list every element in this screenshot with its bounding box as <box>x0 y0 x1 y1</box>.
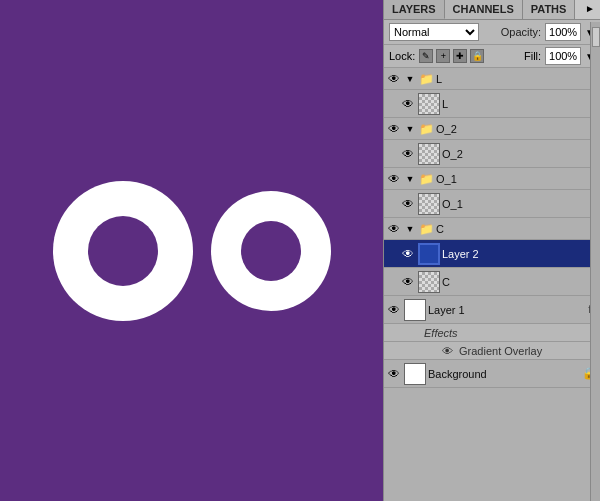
panel-tabs: LAYERS CHANNELS PATHS ► <box>384 0 600 20</box>
eye-gradient-overlay[interactable]: 👁 <box>439 343 455 359</box>
eye-background[interactable]: 👁 <box>386 366 402 382</box>
layer-name-O2-group: O_2 <box>436 123 598 135</box>
lock-icon-pos[interactable]: ✚ <box>453 49 467 63</box>
layer-name-layer2: Layer 2 <box>442 248 598 260</box>
thumb-layer1 <box>404 299 426 321</box>
eye-O1-group[interactable]: 👁 <box>386 171 402 187</box>
arrow-L-group[interactable]: ▼ <box>404 71 416 87</box>
gradient-overlay-label: Gradient Overlay <box>459 345 542 357</box>
lock-icon-all[interactable]: 🔒 <box>470 49 484 63</box>
thumb-O1 <box>418 193 440 215</box>
canvas <box>0 0 383 501</box>
layer-row-C[interactable]: 👁 C <box>384 268 600 296</box>
eye-O2-group[interactable]: 👁 <box>386 121 402 137</box>
eye-C-group[interactable]: 👁 <box>386 221 402 237</box>
scroll-thumb[interactable] <box>592 27 600 47</box>
layer-row-layer2[interactable]: 👁 Layer 2 <box>384 240 600 268</box>
layers-list: 👁 ▼ 📁 L 👁 L 👁 ▼ 📁 O_2 👁 O_2 👁 ▼ <box>384 68 600 388</box>
thumb-layer2 <box>418 243 440 265</box>
thumb-L <box>418 93 440 115</box>
arrow-O2-group[interactable]: ▼ <box>404 121 416 137</box>
layer-row-O1-group[interactable]: 👁 ▼ 📁 O_1 <box>384 168 600 190</box>
layer-row-C-group[interactable]: 👁 ▼ 📁 C <box>384 218 600 240</box>
scrollbar[interactable] <box>590 22 600 501</box>
eye-L[interactable]: 👁 <box>400 96 416 112</box>
lock-icon-move[interactable]: + <box>436 49 450 63</box>
layer-row-layer1[interactable]: 👁 Layer 1 fx <box>384 296 600 324</box>
fill-label: Fill: <box>524 50 541 62</box>
panel-menu-button[interactable]: ► <box>580 0 600 19</box>
layer-name-C: C <box>442 276 598 288</box>
effects-header: Effects <box>384 324 600 342</box>
layer-name-O1: O_1 <box>442 198 598 210</box>
folder-L-group: 📁 <box>418 71 434 87</box>
layer-name-O2: O_2 <box>442 148 598 160</box>
layer-row-O2-group[interactable]: 👁 ▼ 📁 O_2 <box>384 118 600 140</box>
folder-O2-group: 📁 <box>418 121 434 137</box>
lock-label: Lock: <box>389 50 415 62</box>
tab-channels[interactable]: CHANNELS <box>445 0 523 19</box>
eye-layer1[interactable]: 👁 <box>386 302 402 318</box>
tab-layers[interactable]: LAYERS <box>384 0 445 19</box>
canvas-artwork <box>53 181 331 321</box>
layer-row-O1[interactable]: 👁 O_1 <box>384 190 600 218</box>
effect-row-gradient[interactable]: 👁 Gradient Overlay <box>384 342 600 360</box>
eye-C[interactable]: 👁 <box>400 274 416 290</box>
left-circle <box>53 181 193 321</box>
right-circle <box>211 191 331 311</box>
layer-name-L: L <box>442 98 598 110</box>
thumb-C <box>418 271 440 293</box>
arrow-C-group[interactable]: ▼ <box>404 221 416 237</box>
layer-name-background: Background <box>428 368 580 380</box>
thumb-O2 <box>418 143 440 165</box>
layer-row-O2[interactable]: 👁 O_2 <box>384 140 600 168</box>
eye-L-group[interactable]: 👁 <box>386 71 402 87</box>
blend-mode-row: Normal Opacity: ▼ <box>384 20 600 45</box>
layer-name-layer1: Layer 1 <box>428 304 586 316</box>
eye-layer2[interactable]: 👁 <box>400 246 416 262</box>
folder-C-group: 📁 <box>418 221 434 237</box>
folder-O1-group: 📁 <box>418 171 434 187</box>
eye-O2[interactable]: 👁 <box>400 146 416 162</box>
layer-row-L[interactable]: 👁 L <box>384 90 600 118</box>
thumb-background <box>404 363 426 385</box>
arrow-O1-group[interactable]: ▼ <box>404 171 416 187</box>
blend-mode-select[interactable]: Normal <box>389 23 479 41</box>
lock-row: Lock: ✎ + ✚ 🔒 Fill: ▼ <box>384 45 600 68</box>
layers-panel: LAYERS CHANNELS PATHS ► Normal Opacity: … <box>383 0 600 501</box>
left-circle-inner <box>88 216 158 286</box>
lock-icon-edit[interactable]: ✎ <box>419 49 433 63</box>
opacity-input[interactable] <box>545 23 581 41</box>
layer-name-L-group: L <box>436 73 598 85</box>
right-circle-inner <box>241 221 301 281</box>
tab-paths[interactable]: PATHS <box>523 0 576 19</box>
lock-icons: ✎ + ✚ 🔒 <box>419 49 484 63</box>
effects-label: Effects <box>424 327 458 339</box>
layer-row-L-group[interactable]: 👁 ▼ 📁 L <box>384 68 600 90</box>
eye-O1[interactable]: 👁 <box>400 196 416 212</box>
fill-input[interactable] <box>545 47 581 65</box>
layer-name-C-group: C <box>436 223 598 235</box>
layer-name-O1-group: O_1 <box>436 173 598 185</box>
layer-row-background[interactable]: 👁 Background 🔒 <box>384 360 600 388</box>
opacity-label: Opacity: <box>501 26 541 38</box>
